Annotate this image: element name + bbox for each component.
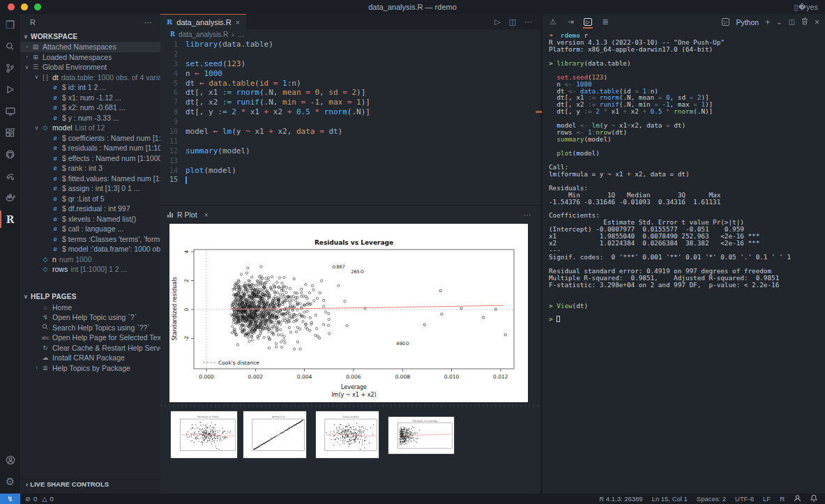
tree-item-terms-classes-terms-formula-l[interactable]: ø$ terms :Classes 'terms', 'formula' l..… bbox=[20, 234, 160, 245]
terminal-dropdown-icon[interactable]: ⌄ bbox=[776, 18, 782, 26]
thumbnail-residuals-vs-leverage[interactable]: Residuals vs Leverage bbox=[388, 416, 455, 455]
github-icon[interactable] bbox=[0, 144, 20, 165]
extensions-icon[interactable] bbox=[0, 122, 20, 144]
tree-item-help-topics-by-package[interactable]: ›≣Help Topics by Package bbox=[20, 363, 160, 374]
tree-item-open-help-topic-using[interactable]: ↯Open Help Topic using `?` bbox=[20, 312, 160, 323]
code-line[interactable]: 4n ← 1000 bbox=[160, 69, 540, 79]
code-line[interactable]: 1library(data.table) bbox=[160, 40, 540, 49]
tree-item-open-help-page-for-selected-text[interactable]: abcOpen Help Page for Selected Text bbox=[20, 333, 160, 343]
encoding-status[interactable]: UTF-8 bbox=[735, 495, 754, 503]
close-plot-icon[interactable]: × bbox=[204, 211, 209, 219]
tree-item-home[interactable]: ⌂Home bbox=[20, 303, 160, 313]
tree-item-model-data-frame-1000-obs-of[interactable]: ø$ model :'data.frame': 1000 obs. of... bbox=[20, 244, 160, 254]
tree-item-qr-list-of-5[interactable]: ø$ qr :List of 5 bbox=[20, 194, 160, 204]
code-line[interactable]: 7dt[, x2 := runif(.N, min = -1, max = 1)… bbox=[160, 98, 540, 107]
language-mode-status[interactable]: R bbox=[780, 495, 785, 503]
thumbnail-normal-qq[interactable]: Normal Q-Q bbox=[243, 411, 307, 459]
accounts-icon[interactable] bbox=[0, 449, 20, 471]
eol-status[interactable]: LF bbox=[763, 495, 771, 503]
editor-more-actions-icon[interactable]: ⋯ bbox=[524, 17, 532, 26]
live-share-status-icon[interactable]: ↯ bbox=[0, 494, 20, 504]
output-icon[interactable]: ⇥ bbox=[566, 14, 575, 30]
remote-explorer-icon[interactable] bbox=[0, 100, 20, 122]
tree-item-model[interactable]: ∨◇modelList of 12 bbox=[20, 123, 160, 133]
settings-gear-icon[interactable]: ⚙ bbox=[0, 471, 20, 492]
code-line[interactable]: 15 bbox=[160, 175, 540, 185]
tree-item-x2-num-0-681[interactable]: ø$ x2: num -0.681 ... bbox=[20, 102, 160, 113]
cursor-position-status[interactable]: Ln 15, Col 1 bbox=[652, 495, 688, 503]
tree-item-install-cran-package[interactable]: ☁Install CRAN Package bbox=[20, 353, 160, 363]
new-terminal-button[interactable]: + bbox=[765, 17, 770, 27]
split-editor-icon[interactable]: ◫ bbox=[509, 17, 516, 26]
tree-item-df-residual-int-997[interactable]: ø$ df.residual : int 997 bbox=[20, 204, 160, 214]
notebook-icon[interactable]: ≣ bbox=[600, 14, 610, 30]
tree-item-call-language[interactable]: ø$ call : language ... bbox=[20, 224, 160, 234]
r-session-status[interactable]: R 4.1.3: 26389 bbox=[599, 495, 642, 503]
docker-icon[interactable] bbox=[0, 187, 20, 208]
sidebar-more-icon[interactable]: ⋯ bbox=[144, 18, 152, 27]
code-editor[interactable]: 1library(data.table)23set.seed(123)4n ← … bbox=[160, 40, 540, 204]
plot-more-actions-icon[interactable]: ⋯ bbox=[524, 211, 541, 219]
chevron-right-icon[interactable]: › bbox=[23, 44, 31, 50]
terminal-profile-label[interactable]: Python bbox=[736, 18, 759, 26]
code-line[interactable]: 5dt ← data.table(id = 1:n) bbox=[160, 79, 540, 89]
feedback-icon[interactable] bbox=[794, 494, 801, 503]
chevron-right-icon[interactable]: › bbox=[33, 365, 40, 371]
live-share-controls-header[interactable]: › LIVE SHARE CONTROLS bbox=[20, 479, 160, 489]
tree-item-n[interactable]: ◇nnum 1000 bbox=[20, 254, 160, 265]
workspace-section-header[interactable]: ∨ WORKSPACE bbox=[20, 31, 160, 42]
tree-item-fitted-values-named-num-1-1000[interactable]: ø$ fitted.values: Named num [1:1000... bbox=[20, 174, 160, 184]
tree-item-rank-int-3[interactable]: ø$ rank : int 3 bbox=[20, 163, 160, 174]
split-terminal-icon[interactable]: ◫ bbox=[789, 18, 795, 26]
tree-item-xlevels-named-list[interactable]: ø$ xlevels : Named list() bbox=[20, 214, 160, 224]
breadcrumb[interactable]: R data_analysis.R › … bbox=[160, 29, 540, 39]
notifications-bell-icon[interactable] bbox=[810, 494, 817, 503]
tree-item-search-help-topics-using[interactable]: Search Help Topics using `??` bbox=[20, 323, 160, 333]
problems-icon[interactable]: ⚠ bbox=[548, 14, 558, 30]
code-line[interactable]: 14plot(model) bbox=[160, 166, 540, 176]
run-debug-icon[interactable] bbox=[0, 79, 20, 100]
tree-item-effects-named-num-1-1000-1[interactable]: ø$ effects : Named num [1:1000] -1.... bbox=[20, 153, 160, 164]
terminal-output[interactable]: ➜ rdemo rR version 4.1.3 (2022-03-10) --… bbox=[549, 32, 824, 492]
r-plot-tab[interactable]: R Plot × bbox=[160, 206, 215, 223]
tree-item-residuals-named-num-1-1000[interactable]: ø$ residuals : Named num [1:1000] -... bbox=[20, 143, 160, 153]
search-icon[interactable] bbox=[0, 36, 20, 57]
code-line[interactable]: 12summary(model) bbox=[160, 146, 540, 156]
live-share-icon[interactable] bbox=[0, 165, 20, 187]
tree-item-clear-cache-restart-help-server[interactable]: ↻Clear Cache & Restart Help Server bbox=[20, 343, 160, 353]
run-file-button[interactable]: ▷ bbox=[494, 17, 500, 26]
close-tab-icon[interactable]: × bbox=[236, 18, 240, 26]
close-panel-icon[interactable]: × bbox=[815, 17, 819, 27]
tab-data-analysis[interactable]: R data_analysis.R × bbox=[160, 14, 246, 29]
tree-item-loaded-namespaces[interactable]: ›⊞Loaded Namespaces bbox=[20, 52, 160, 63]
tree-item-global-environment[interactable]: ∨☰Global Environment bbox=[20, 62, 160, 72]
code-line[interactable]: 9 bbox=[160, 117, 540, 127]
kill-terminal-icon[interactable] bbox=[801, 17, 808, 26]
tree-item-assign-int-1-3-0-1[interactable]: ø$ assign : int [1:3] 0 1 ... bbox=[20, 183, 160, 194]
tree-item-dt[interactable]: ∨[ ]dtdata.table: 1000 obs. of 4 variabl… bbox=[20, 72, 160, 83]
tree-item-attached-namespaces[interactable]: ›▤Attached Namespaces bbox=[20, 42, 160, 52]
help-pages-section-header[interactable]: ∨ HELP PAGES bbox=[20, 291, 160, 303]
tree-item-rows[interactable]: ◇rowsint [1:1000] 1 2 ... bbox=[20, 264, 160, 275]
tree-item-coefficients-named-num-1-3-0[interactable]: ø$ coefficients : Named num [1:3] -0... bbox=[20, 133, 160, 144]
thumbnail-residuals-vs-fitted[interactable]: Residuals vs Fitted bbox=[170, 411, 238, 459]
tree-item-x1-num-1-12[interactable]: ø$ x1: num -1.12 ... bbox=[20, 93, 160, 103]
panel-sash[interactable] bbox=[160, 404, 540, 407]
code-line[interactable]: 6dt[, x1 := rnorm(.N, mean = 0, sd = 2)] bbox=[160, 88, 540, 98]
tree-item-id-int-1-2[interactable]: ø$ id: int 1 2 ... bbox=[20, 82, 160, 93]
chevron-down-icon[interactable]: ∨ bbox=[23, 64, 31, 70]
indentation-status[interactable]: Spaces: 2 bbox=[697, 495, 726, 503]
r-extension-icon[interactable]: R bbox=[0, 208, 20, 230]
thumbnail-scale-location[interactable]: Scale-Location bbox=[315, 411, 379, 459]
code-line[interactable]: 8dt[, y := 2 * x1 + x2 + 0.5 * rnorm(.N)… bbox=[160, 107, 540, 117]
problems-status[interactable]: ⊘ 0 △ 0 bbox=[25, 495, 54, 503]
code-line[interactable]: 3set.seed(123) bbox=[160, 59, 540, 69]
code-line[interactable]: 2 bbox=[160, 49, 540, 59]
code-line[interactable]: 10model ← lm(y ~ x1 + x2, data = dt) bbox=[160, 127, 540, 137]
code-line[interactable]: 11 bbox=[160, 137, 540, 146]
tree-item-y-num-3-33[interactable]: ø$ y : num -3.33 ... bbox=[20, 113, 160, 123]
source-control-icon[interactable] bbox=[0, 57, 20, 79]
code-line[interactable]: 13 bbox=[160, 156, 540, 166]
explorer-icon[interactable]: ❐ bbox=[0, 14, 20, 36]
chevron-down-icon[interactable]: ∨ bbox=[33, 125, 40, 131]
